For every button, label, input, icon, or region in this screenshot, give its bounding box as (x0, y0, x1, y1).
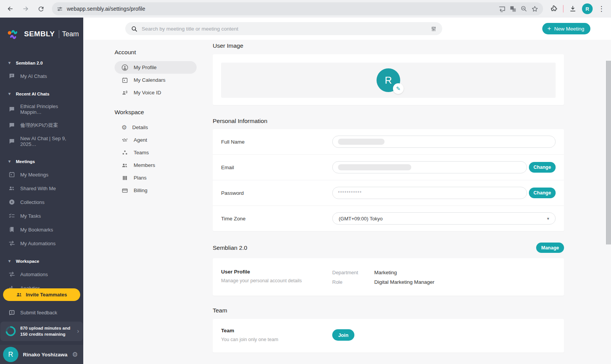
browser-back-button[interactable] (4, 2, 17, 15)
timezone-row: Time Zone (GMT+09:00) Tokyo ▾ (213, 205, 564, 231)
account-heading: Account (115, 49, 197, 56)
credits-text: 870 upload minutes and 150 credits remai… (20, 325, 73, 338)
browser-actions: R ⋮ (548, 3, 607, 14)
scrollbar-thumb[interactable] (606, 61, 611, 244)
settings-item-my-calendars[interactable]: My Calendars (115, 74, 197, 86)
team-subtitle: You can join only one team (221, 337, 332, 342)
zoom-out-icon[interactable] (520, 5, 527, 12)
settings-item-billing[interactable]: Billing (115, 184, 197, 197)
password-row: Password Change (213, 180, 564, 205)
caret-down-icon: ▾ (547, 216, 549, 221)
meeting-search[interactable] (125, 22, 442, 35)
sidebar-item-shared-with-me[interactable]: Shared With Me (0, 181, 83, 195)
sidebar-item-label: New AI Chat | Sep 9, 2025… (20, 136, 77, 147)
sidebar-item-label: 倫理的KPIの提案 (20, 122, 58, 129)
user-image-dropzone[interactable]: R ✎ (221, 63, 556, 98)
browser-menu-icon[interactable]: ⋮ (598, 5, 605, 12)
settings-item-members[interactable]: Members (115, 159, 197, 171)
new-meeting-label: New Meeting (554, 26, 584, 32)
submit-feedback-label: Submit feedback (20, 310, 57, 315)
settings-item-label: Plans (134, 175, 147, 181)
settings-item-teams[interactable]: Teams (115, 146, 197, 159)
settings-item-my-voice-id[interactable]: My Voice ID (115, 86, 197, 99)
browser-reload-button[interactable] (34, 2, 47, 15)
sidebar-item-collections[interactable]: Collections (0, 195, 83, 209)
department-value: Marketing (374, 270, 435, 275)
chat-icon (8, 122, 15, 129)
browser-profile-avatar[interactable]: R (582, 3, 593, 14)
invite-teammates-button[interactable]: Invite Teammates (3, 288, 80, 301)
full-name-field[interactable] (332, 136, 556, 148)
settings-item-plans[interactable]: Plans (115, 171, 197, 184)
user-account-bar[interactable]: R Rinako Yoshizawa ⚙ (0, 345, 83, 364)
personal-info-heading: Personal Information (213, 118, 564, 125)
password-field[interactable] (332, 187, 527, 199)
settings-item-details[interactable]: ⚙ Details (115, 121, 197, 134)
sidebar-item-label: Collections (20, 199, 45, 205)
edit-avatar-button[interactable]: ✎ (393, 83, 404, 94)
sidebar-item-automations[interactable]: Automations (0, 267, 83, 281)
gear-icon: ⚙ (121, 125, 127, 131)
sidebar-item-my-automations[interactable]: My Automations (0, 236, 83, 250)
profile-avatar[interactable]: R ✎ (377, 68, 400, 92)
sidebar-item-chat-ethical[interactable]: Ethical Principles Mappin… (0, 100, 83, 118)
search-input[interactable] (142, 26, 426, 32)
sidebar-item-my-tasks[interactable]: My Tasks (0, 209, 83, 223)
submit-feedback-button[interactable]: Submit feedback (0, 306, 83, 322)
semblian-heading: Semblian 2.0 (213, 244, 247, 251)
sidebar-section-meetings[interactable]: ▾ Meetings (0, 155, 83, 168)
settings-item-label: Details (132, 125, 148, 130)
site-settings-icon[interactable] (57, 6, 63, 12)
user-profile-title: User Profile (221, 269, 332, 275)
translate-icon[interactable] (509, 5, 517, 13)
workspace-heading: Workspace (115, 109, 197, 116)
toolbar-divider (563, 5, 564, 13)
sidebar-item-chat-kpi[interactable]: 倫理的KPIの提案 (0, 118, 83, 132)
sidebar-item-my-meetings[interactable]: My Meetings (0, 168, 83, 181)
chevron-right-icon: › (77, 328, 79, 335)
browser-forward-button[interactable] (19, 2, 32, 15)
change-password-button[interactable]: Change (529, 188, 556, 198)
url-text[interactable]: webapp.sembly.ai/settings/profile (67, 6, 495, 12)
automation-icon (8, 271, 15, 278)
timezone-value: (GMT+09:00) Tokyo (339, 216, 383, 222)
redacted-value (338, 139, 385, 145)
teams-icon (121, 149, 128, 156)
new-meeting-button[interactable]: + New Meeting (542, 23, 590, 34)
sidebar-section-recent-chats[interactable]: ▾ Recent AI Chats (0, 87, 83, 100)
sidebar-section-semblian[interactable]: ▾ Semblian 2.0 (0, 57, 83, 69)
credits-banner[interactable]: 870 upload minutes and 150 credits remai… (0, 322, 83, 341)
join-team-button[interactable]: Join (332, 329, 354, 341)
timezone-label: Time Zone (221, 216, 332, 222)
password-input[interactable] (338, 190, 521, 196)
feedback-icon (8, 309, 15, 316)
settings-item-agent[interactable]: Agent (115, 134, 197, 146)
top-bar: + New Meeting (83, 18, 611, 40)
sembly-logo[interactable]: SEMBLY Team (0, 18, 83, 49)
user-image-heading: User Image (213, 42, 564, 49)
checklist-icon (8, 212, 15, 219)
change-email-button[interactable]: Change (529, 162, 556, 173)
address-bar[interactable]: webapp.sembly.ai/settings/profile (52, 2, 543, 15)
search-filter-icon[interactable] (430, 26, 437, 32)
voice-id-icon (121, 89, 128, 96)
sidebar-bottom: Invite Teammates Submit feedback 870 upl… (0, 288, 83, 364)
plus-icon: + (547, 25, 551, 32)
sidebar-item-label: Shared With Me (20, 186, 56, 191)
timezone-select[interactable]: (GMT+09:00) Tokyo ▾ (332, 212, 556, 225)
email-field[interactable] (332, 161, 527, 173)
sidebar-item-my-ai-chats[interactable]: My AI Chats (0, 69, 83, 83)
downloads-icon[interactable] (569, 5, 577, 13)
sidebar-item-my-bookmarks[interactable]: My Bookmarks (0, 223, 83, 236)
settings-item-label: My Voice ID (134, 90, 161, 95)
manage-button[interactable]: Manage (536, 243, 564, 253)
install-app-icon[interactable] (498, 5, 506, 13)
extensions-icon[interactable] (550, 5, 558, 13)
sidebar-item-chat-new[interactable]: New AI Chat | Sep 9, 2025… (0, 132, 83, 150)
settings-gear-icon[interactable]: ⚙ (72, 351, 78, 358)
bookmark-star-icon[interactable] (531, 5, 538, 13)
sidebar-section-workspace[interactable]: ▾ Workspace (0, 255, 83, 267)
chevron-down-icon: ▾ (8, 159, 11, 164)
settings-item-my-profile[interactable]: My Profile (115, 61, 197, 74)
semblian-heading-row: Semblian 2.0 Manage (213, 243, 564, 253)
